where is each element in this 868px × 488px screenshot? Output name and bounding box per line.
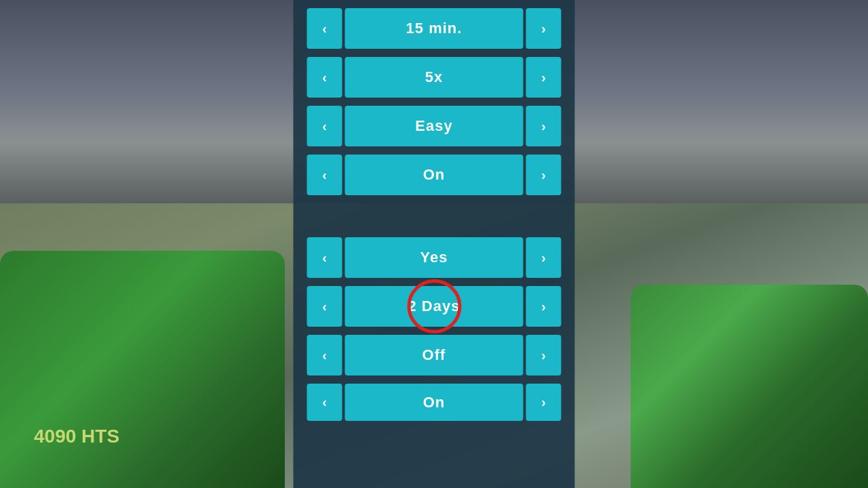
left-arrow-icon: ‹: [322, 250, 327, 266]
yes-left-btn[interactable]: ‹: [307, 237, 342, 278]
difficulty-value-display: Easy: [345, 106, 524, 146]
spacer: [307, 201, 561, 235]
left-arrow-icon: ‹: [322, 299, 327, 314]
difficulty-left-btn[interactable]: ‹: [307, 106, 342, 146]
2days-row: ‹ 2 Days ›: [307, 283, 561, 329]
background: 4090 HTS ‹ 15 min. › ‹ 5x ›: [0, 0, 868, 488]
settings-panel: ‹ 15 min. › ‹ 5x › ‹: [294, 0, 575, 488]
left-arrow-icon: ‹: [322, 119, 327, 134]
right-arrow-icon: ›: [541, 394, 546, 410]
off-value: Off: [422, 346, 446, 364]
right-arrow-icon: ›: [541, 348, 546, 363]
2days-value: 2 Days: [408, 298, 460, 315]
off-row: ‹ Off ›: [307, 332, 561, 378]
yes-right-btn[interactable]: ›: [526, 237, 561, 278]
multiplier-row: ‹ 5x ›: [307, 54, 561, 100]
yes-row: ‹ Yes ›: [307, 235, 561, 281]
right-arrow-icon: ›: [541, 119, 546, 134]
on1-value: On: [423, 166, 446, 184]
on1-right-btn[interactable]: ›: [526, 155, 561, 195]
on1-left-btn[interactable]: ‹: [307, 155, 342, 195]
yes-value: Yes: [420, 249, 448, 266]
left-arrow-icon: ‹: [322, 394, 327, 410]
right-arrow-icon: ›: [541, 167, 546, 183]
2days-right-btn[interactable]: ›: [526, 286, 561, 327]
difficulty-right-btn[interactable]: ›: [526, 106, 561, 146]
on1-value-display: On: [345, 155, 524, 195]
left-arrow-icon: ‹: [322, 348, 327, 363]
yes-value-display: Yes: [345, 237, 524, 278]
time-row: ‹ 15 min. ›: [307, 5, 561, 52]
right-machine: [631, 285, 868, 488]
2days-value-display: 2 Days: [345, 286, 524, 327]
multiplier-value: 5x: [425, 68, 443, 86]
off-value-display: Off: [345, 335, 524, 375]
time-left-btn[interactable]: ‹: [307, 8, 342, 49]
right-arrow-icon: ›: [541, 70, 546, 85]
on2-right-btn[interactable]: ›: [526, 384, 561, 421]
on2-value-display: On: [345, 384, 524, 421]
multiplier-left-btn[interactable]: ‹: [307, 57, 342, 98]
right-arrow-icon: ›: [541, 250, 546, 266]
off-left-btn[interactable]: ‹: [307, 335, 342, 375]
time-value: 15 min.: [406, 20, 462, 37]
on2-left-btn[interactable]: ‹: [307, 384, 342, 421]
on2-row: ‹ On ›: [307, 384, 561, 421]
left-arrow-icon: ‹: [322, 21, 327, 37]
2days-left-btn[interactable]: ‹: [307, 286, 342, 327]
left-arrow-icon: ‹: [322, 70, 327, 85]
left-machine: 4090 HTS: [0, 251, 285, 488]
difficulty-value: Easy: [415, 117, 452, 135]
on1-row: ‹ On ›: [307, 152, 561, 198]
right-arrow-icon: ›: [541, 21, 546, 37]
time-right-btn[interactable]: ›: [526, 8, 561, 49]
difficulty-row: ‹ Easy ›: [307, 103, 561, 149]
machine-label: 4090 HTS: [34, 426, 119, 447]
on2-value: On: [423, 394, 446, 411]
right-arrow-icon: ›: [541, 299, 546, 314]
off-right-btn[interactable]: ›: [526, 335, 561, 375]
left-arrow-icon: ‹: [322, 167, 327, 183]
multiplier-right-btn[interactable]: ›: [526, 57, 561, 98]
time-value-display: 15 min.: [345, 8, 524, 49]
multiplier-value-display: 5x: [345, 57, 524, 98]
